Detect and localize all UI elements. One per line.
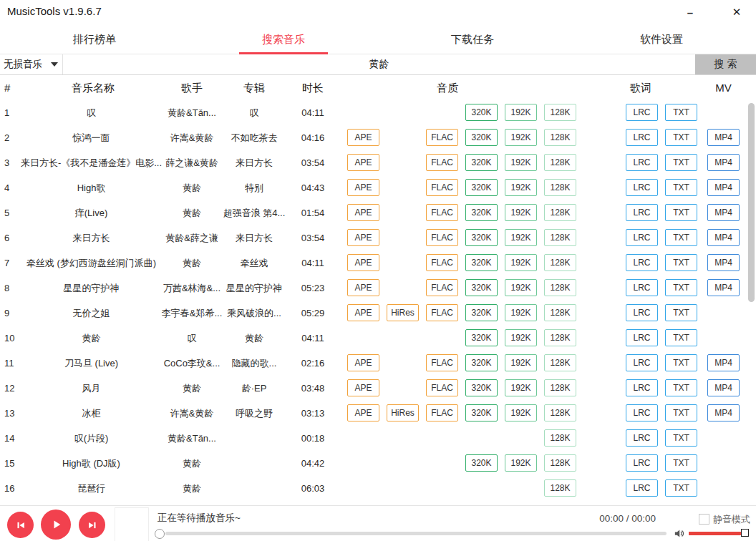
mv-mp4-button[interactable]: MP4 (707, 229, 740, 246)
quality-flac-button[interactable]: FLAC (426, 379, 458, 396)
quality-128k-button[interactable]: 128K (544, 129, 576, 146)
lyric-lrc-button[interactable]: LRC (626, 404, 658, 421)
mv-mp4-button[interactable]: MP4 (707, 254, 740, 271)
mv-mp4-button[interactable]: MP4 (707, 129, 740, 146)
quality-flac-button[interactable]: FLAC (426, 179, 458, 196)
quality-320k-button[interactable]: 320K (465, 354, 498, 371)
quality-ape-button[interactable]: APE (347, 204, 379, 221)
lyric-txt-button[interactable]: TXT (665, 229, 697, 246)
quality-128k-button[interactable]: 128K (544, 179, 576, 196)
search-button[interactable]: 搜 索 (695, 54, 756, 74)
mv-mp4-button[interactable]: MP4 (707, 154, 740, 171)
volume-slider-handle[interactable] (741, 529, 749, 537)
quality-192k-button[interactable]: 192K (505, 254, 537, 271)
quality-128k-button[interactable]: 128K (544, 304, 576, 321)
quality-320k-button[interactable]: 320K (465, 154, 498, 171)
quality-128k-button[interactable]: 128K (544, 229, 576, 246)
lyric-txt-button[interactable]: TXT (665, 354, 697, 371)
quality-320k-button[interactable]: 320K (465, 329, 498, 346)
quality-192k-button[interactable]: 192K (505, 454, 537, 472)
quality-128k-button[interactable]: 128K (544, 154, 576, 171)
mv-mp4-button[interactable]: MP4 (707, 204, 740, 221)
quality-flac-button[interactable]: FLAC (426, 154, 458, 171)
lyric-lrc-button[interactable]: LRC (626, 229, 658, 246)
mv-mp4-button[interactable]: MP4 (707, 379, 740, 396)
lyric-txt-button[interactable]: TXT (665, 304, 697, 321)
source-select[interactable]: 无损音乐 (0, 54, 63, 74)
quality-flac-button[interactable]: FLAC (426, 204, 458, 221)
close-button[interactable]: ✕ (720, 0, 753, 24)
quality-ape-button[interactable]: APE (347, 279, 379, 296)
lyric-lrc-button[interactable]: LRC (626, 279, 658, 296)
lyric-lrc-button[interactable]: LRC (626, 354, 658, 371)
quality-192k-button[interactable]: 192K (505, 154, 537, 171)
quality-flac-button[interactable]: FLAC (426, 129, 458, 146)
quality-flac-button[interactable]: FLAC (426, 354, 458, 371)
quality-192k-button[interactable]: 192K (505, 229, 537, 246)
quality-ape-button[interactable]: APE (347, 354, 379, 371)
lyric-txt-button[interactable]: TXT (665, 154, 697, 171)
quality-128k-button[interactable]: 128K (544, 404, 576, 421)
lyric-lrc-button[interactable]: LRC (626, 254, 658, 271)
quality-flac-button[interactable]: FLAC (426, 404, 458, 421)
lyric-lrc-button[interactable]: LRC (626, 379, 658, 396)
quality-ape-button[interactable]: APE (347, 154, 379, 171)
search-input[interactable] (63, 54, 695, 74)
lyric-lrc-button[interactable]: LRC (626, 429, 658, 447)
mv-mp4-button[interactable]: MP4 (707, 279, 740, 296)
quality-320k-button[interactable]: 320K (465, 229, 498, 246)
quality-ape-button[interactable]: APE (347, 229, 379, 246)
lyric-lrc-button[interactable]: LRC (626, 454, 658, 472)
quality-flac-button[interactable]: FLAC (426, 304, 458, 321)
quality-192k-button[interactable]: 192K (505, 329, 537, 346)
quality-ape-button[interactable]: APE (347, 404, 379, 421)
quality-flac-button[interactable]: FLAC (426, 254, 458, 271)
lyric-lrc-button[interactable]: LRC (626, 329, 658, 346)
lyric-txt-button[interactable]: TXT (665, 479, 697, 497)
quality-ape-button[interactable]: APE (347, 379, 379, 396)
quality-ape-button[interactable]: APE (347, 179, 379, 196)
quality-128k-button[interactable]: 128K (544, 254, 576, 271)
lyric-lrc-button[interactable]: LRC (626, 129, 658, 146)
quality-192k-button[interactable]: 192K (505, 204, 537, 221)
quality-320k-button[interactable]: 320K (465, 129, 498, 146)
quality-192k-button[interactable]: 192K (505, 279, 537, 296)
quality-192k-button[interactable]: 192K (505, 179, 537, 196)
quality-128k-button[interactable]: 128K (544, 479, 576, 497)
quality-128k-button[interactable]: 128K (544, 329, 576, 346)
quality-128k-button[interactable]: 128K (544, 429, 576, 447)
quality-320k-button[interactable]: 320K (465, 104, 498, 121)
previous-track-button[interactable] (7, 512, 34, 538)
mute-checkbox[interactable] (699, 514, 709, 525)
lyric-txt-button[interactable]: TXT (665, 129, 697, 146)
quality-hires-button[interactable]: HiRes (387, 404, 419, 421)
tab-settings[interactable]: 软件设置 (567, 26, 756, 54)
lyric-txt-button[interactable]: TXT (665, 379, 697, 396)
tab-download-tasks[interactable]: 下载任务 (378, 26, 567, 54)
quality-320k-button[interactable]: 320K (465, 279, 498, 296)
play-button[interactable] (41, 510, 71, 540)
quality-320k-button[interactable]: 320K (465, 454, 498, 472)
lyric-txt-button[interactable]: TXT (665, 404, 697, 421)
quality-ape-button[interactable]: APE (347, 304, 379, 321)
quality-128k-button[interactable]: 128K (544, 379, 576, 396)
minimize-button[interactable]: – (674, 0, 707, 24)
quality-192k-button[interactable]: 192K (505, 129, 537, 146)
quality-hires-button[interactable]: HiRes (387, 304, 419, 321)
progress-slider-handle[interactable] (155, 529, 165, 539)
quality-flac-button[interactable]: FLAC (426, 279, 458, 296)
quality-320k-button[interactable]: 320K (465, 204, 498, 221)
quality-ape-button[interactable]: APE (347, 254, 379, 271)
quality-320k-button[interactable]: 320K (465, 254, 498, 271)
quality-128k-button[interactable]: 128K (544, 454, 576, 472)
quality-128k-button[interactable]: 128K (544, 354, 576, 371)
quality-128k-button[interactable]: 128K (544, 279, 576, 296)
quality-192k-button[interactable]: 192K (505, 354, 537, 371)
mv-mp4-button[interactable]: MP4 (707, 179, 740, 196)
lyric-txt-button[interactable]: TXT (665, 179, 697, 196)
tab-rankings[interactable]: 排行榜单 (0, 26, 189, 54)
lyric-lrc-button[interactable]: LRC (626, 104, 658, 121)
lyric-lrc-button[interactable]: LRC (626, 179, 658, 196)
quality-flac-button[interactable]: FLAC (426, 229, 458, 246)
quality-192k-button[interactable]: 192K (505, 304, 537, 321)
